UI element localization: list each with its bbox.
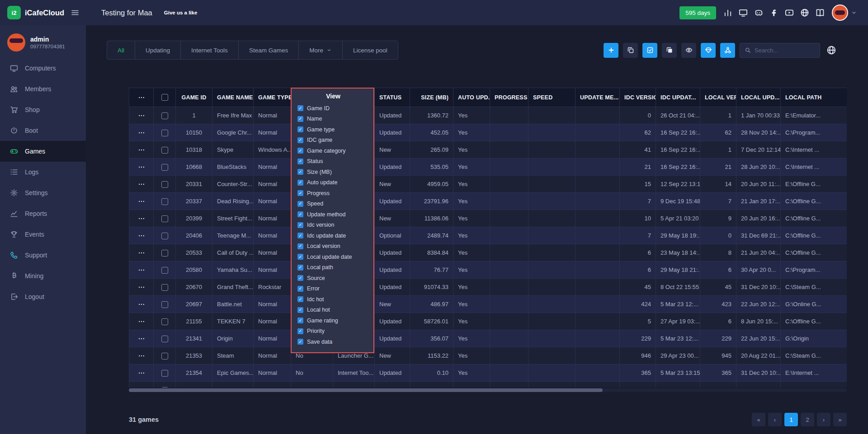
row-checkbox[interactable] <box>161 284 168 291</box>
sidebar-item-members[interactable]: Members <box>0 79 86 99</box>
row-checkbox[interactable] <box>161 130 168 136</box>
view-option-error[interactable]: Error <box>297 284 369 294</box>
row-actions-button[interactable] <box>129 279 154 296</box>
sidebar-item-boot[interactable]: Boot <box>0 120 86 141</box>
view-option-local-version[interactable]: Local version <box>297 241 369 252</box>
column-header[interactable]: UPDATE ME... <box>576 88 620 107</box>
row-checkbox[interactable] <box>161 147 168 154</box>
sidebar-item-logs[interactable]: Logs <box>0 162 86 182</box>
table-row[interactable]: 20337Dead Rising...NormalUpdated23791.96… <box>129 193 847 210</box>
page-button-last[interactable]: » <box>833 413 847 426</box>
globe-icon[interactable] <box>800 8 809 17</box>
view-option-name[interactable]: Name <box>297 114 369 125</box>
table-row[interactable]: 21353SteamNormalNoLauncher G...New1153.2… <box>129 347 847 364</box>
language-globe-icon[interactable] <box>826 45 836 55</box>
view-option-game-rating[interactable]: Game rating <box>297 315 369 326</box>
page-button-2[interactable]: 2 <box>801 413 814 426</box>
table-row[interactable]: 21354Epic Games...NormalNoInternet Too..… <box>129 364 847 382</box>
row-checkbox[interactable] <box>161 198 168 205</box>
column-header[interactable]: IDC UPDAT... <box>656 88 700 107</box>
view-option-local-hot[interactable]: Local hot <box>297 305 369 316</box>
page-button-1[interactable]: 1 <box>784 413 798 426</box>
user-menu[interactable] <box>832 5 857 21</box>
view-option-idc-update-date[interactable]: Idc update date <box>297 230 369 241</box>
view-option-auto-update[interactable]: Auto update <box>297 177 369 188</box>
view-option-save-data[interactable]: Save data <box>297 336 369 347</box>
screen-icon[interactable] <box>739 8 748 17</box>
table-row[interactable]: 1Free Ifre MaxNormalUpdated1360.72Yes026… <box>129 107 847 124</box>
duplicate-button[interactable] <box>662 43 677 58</box>
sidebar-item-mining[interactable]: Mining <box>0 266 86 286</box>
column-header[interactable]: GAME TYPE <box>254 88 291 107</box>
row-checkbox[interactable] <box>161 181 168 188</box>
row-checkbox[interactable] <box>161 370 168 377</box>
row-checkbox[interactable] <box>161 353 168 359</box>
view-option-update-method[interactable]: Update method <box>297 209 369 220</box>
view-option-idc-game[interactable]: IDC game <box>297 135 369 146</box>
table-row[interactable]: 20670Grand Theft...RockstarUpdated91074.… <box>129 279 847 296</box>
sidebar-item-support[interactable]: Support <box>0 245 86 266</box>
row-actions-button[interactable] <box>129 176 154 193</box>
facebook-icon[interactable] <box>769 8 778 17</box>
sidebar-item-shop[interactable]: Shop <box>0 99 86 120</box>
row-actions-button[interactable] <box>129 261 154 279</box>
row-checkbox[interactable] <box>161 233 168 239</box>
sidebar-item-reports[interactable]: Reports <box>0 203 86 224</box>
table-row[interactable]: 21341OriginNormalUpdated356.07Yes2295 Ma… <box>129 330 847 347</box>
view-option-game-id[interactable]: Game ID <box>297 103 369 114</box>
row-checkbox[interactable] <box>161 250 168 257</box>
column-header[interactable]: STATUS <box>375 88 410 107</box>
tab-more[interactable]: More <box>298 41 343 60</box>
column-header[interactable]: LOCAL PATH <box>781 88 847 107</box>
table-row[interactable]: 20533Call of Duty ...NormalUpdated8384.8… <box>129 244 847 261</box>
view-columns-button[interactable] <box>681 43 696 58</box>
row-checkbox[interactable] <box>161 318 168 325</box>
discord-icon[interactable] <box>754 8 763 17</box>
select-all-checkbox[interactable] <box>161 94 168 101</box>
row-actions-button[interactable] <box>129 159 154 176</box>
column-header[interactable]: SPEED <box>528 88 576 107</box>
view-option-priority[interactable]: Priority <box>297 326 369 337</box>
table-row[interactable]: 21155TEKKEN 7NormalUpdated58726.01Yes527… <box>129 313 847 330</box>
bar-chart-icon[interactable] <box>723 8 732 17</box>
column-header[interactable]: SIZE (MB) <box>410 88 453 107</box>
tag-button[interactable] <box>701 43 716 58</box>
view-option-game-type[interactable]: Game type <box>297 124 369 135</box>
row-actions-button[interactable] <box>129 296 154 313</box>
table-row[interactable]: 20580Yamaha Su...NormalUpdated76.77Yes62… <box>129 261 847 279</box>
tab-internet-tools[interactable]: Internet Tools <box>180 41 239 60</box>
column-header[interactable]: PROGRESS <box>490 88 528 107</box>
row-checkbox[interactable] <box>161 112 168 119</box>
view-option-size-mb-[interactable]: Size (MB) <box>297 167 369 177</box>
column-header[interactable]: GAME ID <box>176 88 212 107</box>
view-option-source[interactable]: Source <box>297 273 369 284</box>
column-header[interactable]: IDC VERSION <box>620 88 656 107</box>
row-actions-button[interactable] <box>129 347 154 364</box>
view-option-idc-hot[interactable]: Idc hot <box>297 294 369 305</box>
sidebar-item-computers[interactable]: Computers <box>0 58 86 79</box>
tab-updating[interactable]: Updating <box>135 41 181 60</box>
table-row[interactable]: 20399Street Fight...NormalNew11386.06Yes… <box>129 210 847 227</box>
column-header[interactable]: LOCAL VER... <box>700 88 736 107</box>
column-header[interactable]: AUTO UPD... <box>453 88 490 107</box>
row-actions-button[interactable] <box>129 141 154 159</box>
row-checkbox[interactable] <box>161 215 168 222</box>
table-row[interactable]: 20331Counter-Str...NormalNew4959.05Yes15… <box>129 176 847 193</box>
view-option-progress[interactable]: Progress <box>297 188 369 199</box>
days-badge[interactable]: 595 days <box>679 6 716 19</box>
sidebar-item-events[interactable]: Events <box>0 224 86 245</box>
view-option-game-category[interactable]: Game category <box>297 145 369 156</box>
sidebar-item-games[interactable]: Games <box>0 141 86 162</box>
row-checkbox[interactable] <box>161 336 168 342</box>
row-checkbox[interactable] <box>161 267 168 274</box>
row-actions-button[interactable] <box>129 107 154 124</box>
book-icon[interactable] <box>816 8 825 17</box>
search-input[interactable] <box>755 47 815 54</box>
table-row[interactable] <box>129 382 847 388</box>
row-actions-button[interactable] <box>129 244 154 261</box>
scrollbar-thumb[interactable] <box>129 388 603 392</box>
page-button-first[interactable]: « <box>752 413 765 426</box>
column-header[interactable]: LOCAL UPD... <box>736 88 781 107</box>
row-actions-button[interactable] <box>129 124 154 141</box>
column-header[interactable]: GAME NAME <box>212 88 254 107</box>
